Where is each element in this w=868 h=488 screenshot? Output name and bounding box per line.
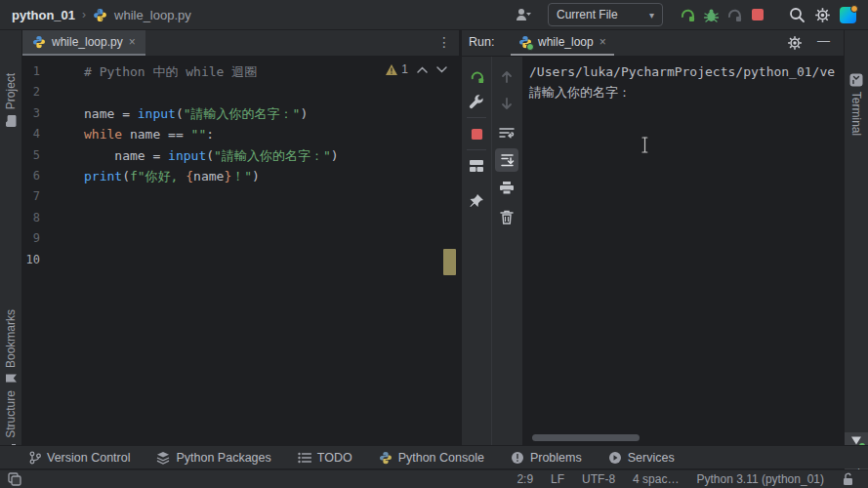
edit-configuration-wrench-icon[interactable] [465, 90, 488, 113]
unlocked-padlock-icon[interactable] [842, 472, 854, 486]
scrollbar-warning-marker[interactable] [443, 249, 456, 275]
inspection-widget[interactable]: 1 [385, 62, 447, 76]
search-everywhere-icon[interactable] [786, 4, 807, 25]
editor-tab-label: while_loop.py [52, 35, 123, 49]
toolwindow-todo[interactable]: TODO [298, 451, 352, 465]
breadcrumb-file[interactable]: while_loop.py [114, 8, 191, 22]
profile-button-disabled[interactable] [723, 4, 745, 25]
code-editor[interactable]: 1# Python 中的 while 迴圈23name = input("請輸入… [22, 57, 459, 445]
console-line: 請輸入你的名字： [523, 82, 844, 102]
code-line[interactable]: 3name = input("請輸入你的名字：") [22, 103, 459, 124]
bottom-tool-window-bar: Version Control Python Packages TODO Pyt… [0, 445, 868, 468]
chevron-down-icon: ▾ [649, 10, 654, 20]
python-run-icon [518, 35, 532, 49]
code-line[interactable]: 5 name = input("請輸入你的名字：") [22, 145, 459, 166]
editor-pane: while_loop.py × ⋮ 1# Python 中的 while 迴圈2… [22, 30, 459, 445]
ide-notifications-icon[interactable] [837, 4, 858, 25]
breadcrumb-project[interactable]: python_01 [12, 8, 75, 22]
stop-button[interactable] [747, 4, 768, 25]
chevron-down-icon[interactable] [436, 66, 447, 73]
sidebar-item-label: Structure [4, 390, 18, 438]
problems-icon [511, 451, 524, 465]
run-panel-title: Run: [469, 35, 494, 49]
status-bar: 2:9 LF UTF-8 4 spac… Python 3.11 (python… [0, 469, 868, 488]
line-number[interactable]: 8 [22, 208, 40, 228]
code-line[interactable]: 6print(f"你好, {name}！") [22, 166, 459, 186]
sidebar-item-label: Bookmarks [4, 309, 18, 368]
code-line[interactable]: 10 [22, 250, 459, 270]
running-indicator-dot [526, 43, 534, 51]
code-line[interactable]: 2 [22, 82, 459, 102]
up-stack-trace-icon[interactable] [495, 64, 518, 88]
line-number[interactable]: 4 [22, 124, 40, 144]
line-number[interactable]: 7 [22, 186, 40, 207]
console-line: /Users/luka/PycharmProjects/python_01/ve [523, 61, 844, 82]
line-number[interactable]: 6 [22, 166, 40, 186]
run-tool-window: Run: while_loop × — [462, 30, 844, 445]
line-number[interactable]: 5 [22, 145, 40, 166]
print-icon[interactable] [495, 176, 518, 199]
close-icon[interactable]: × [129, 36, 136, 48]
run-toolbar-primary [462, 57, 492, 445]
editor-tab-while-loop[interactable]: while_loop.py × [22, 30, 145, 56]
code-line-text: name = input("請輸入你的名字：") [40, 103, 308, 124]
code-line-text: # Python 中的 while 迴圈 [40, 61, 257, 82]
pin-tab-icon[interactable] [465, 189, 488, 213]
scroll-to-end-icon[interactable] [495, 148, 518, 172]
run-button[interactable] [677, 4, 698, 25]
toolwindow-python-console[interactable]: Python Console [379, 451, 484, 465]
status-indent[interactable]: 4 spac… [633, 472, 679, 486]
toolwindow-version-control[interactable]: Version Control [29, 451, 130, 465]
clear-console-trash-icon[interactable] [495, 205, 518, 228]
line-number[interactable]: 3 [22, 103, 40, 124]
tool-window-switcher-icon[interactable] [8, 472, 21, 486]
rerun-button[interactable] [465, 64, 488, 88]
status-interpreter[interactable]: Python 3.11 (python_01) [696, 472, 824, 486]
debug-button[interactable] [700, 4, 722, 25]
run-toolbar-secondary [492, 57, 521, 445]
sidebar-item-terminal[interactable]: Terminal [845, 63, 868, 147]
code-line[interactable]: 4while name == "": [22, 124, 459, 144]
code-line-text [40, 250, 84, 270]
down-stack-trace-icon[interactable] [495, 92, 518, 115]
sidebar-item-bookmarks[interactable]: Bookmarks [0, 305, 21, 387]
soft-wrap-icon[interactable] [495, 121, 518, 144]
run-console[interactable]: /Users/luka/PycharmProjects/python_01/ve… [523, 57, 844, 445]
run-settings-gear-icon[interactable] [787, 35, 803, 51]
python-file-icon [32, 35, 46, 49]
code-line[interactable]: 7 [22, 186, 459, 207]
run-tab-while-loop[interactable]: while_loop × [511, 30, 614, 56]
restore-layout-icon[interactable] [465, 154, 488, 178]
horizontal-scrollbar-thumb[interactable] [532, 434, 640, 441]
stop-button[interactable] [465, 122, 488, 145]
run-configuration-selector[interactable]: Current File ▾ [548, 3, 663, 26]
toolwindow-python-packages[interactable]: Python Packages [156, 451, 270, 465]
code-lines: 1# Python 中的 while 迴圈23name = input("請輸入… [22, 61, 459, 270]
console-output: /Users/luka/PycharmProjects/python_01/ve… [523, 57, 844, 102]
status-caret-position[interactable]: 2:9 [517, 472, 533, 486]
code-line-text [40, 208, 84, 228]
status-encoding[interactable]: UTF-8 [582, 472, 615, 486]
settings-gear-icon[interactable] [811, 4, 833, 25]
tab-options-kebab-icon[interactable]: ⋮ [437, 34, 451, 50]
code-line[interactable]: 8 [22, 208, 459, 228]
line-number[interactable]: 1 [22, 61, 40, 82]
toolwindow-services[interactable]: Services [608, 451, 675, 465]
toolbar-divider [467, 149, 486, 150]
status-widgets: 2:9 LF UTF-8 4 spac… Python 3.11 (python… [517, 472, 854, 486]
left-tool-stripe: Project Bookmarks Structure [0, 30, 22, 445]
code-line[interactable]: 9 [22, 228, 459, 249]
line-number[interactable]: 10 [22, 250, 40, 270]
text-cursor-pointer [641, 137, 649, 153]
right-tool-stripe: Terminal Run [844, 30, 868, 445]
user-account-icon[interactable] [513, 4, 534, 25]
sidebar-item-project[interactable]: Project [0, 65, 21, 136]
hide-tool-window-icon[interactable]: — [817, 33, 830, 48]
chevron-up-icon[interactable] [417, 66, 428, 73]
notification-dot [850, 5, 858, 13]
close-icon[interactable]: × [599, 36, 606, 48]
line-number[interactable]: 9 [22, 228, 40, 249]
line-number[interactable]: 2 [22, 82, 40, 102]
toolwindow-problems[interactable]: Problems [511, 451, 582, 465]
status-line-separator[interactable]: LF [551, 472, 564, 486]
